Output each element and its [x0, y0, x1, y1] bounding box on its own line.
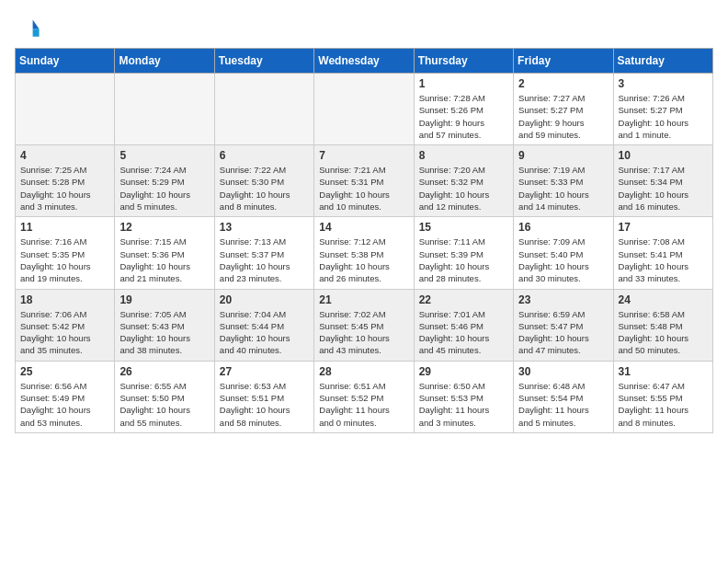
day-number: 12 [119, 221, 209, 234]
calendar-cell: 1Sunrise: 7:28 AMSunset: 5:26 PMDaylight… [414, 74, 513, 145]
day-number: 26 [119, 365, 209, 378]
day-info: Sunrise: 7:25 AMSunset: 5:28 PMDaylight:… [20, 164, 109, 213]
day-number: 5 [119, 149, 209, 162]
calendar-cell: 13Sunrise: 7:13 AMSunset: 5:37 PMDayligh… [214, 217, 313, 289]
day-number: 20 [220, 293, 309, 306]
calendar-table: SundayMondayTuesdayWednesdayThursdayFrid… [15, 48, 713, 433]
day-number: 30 [518, 365, 608, 378]
calendar-cell: 31Sunrise: 6:47 AMSunset: 5:55 PMDayligh… [613, 361, 712, 432]
calendar-cell: 4Sunrise: 7:25 AMSunset: 5:28 PMDaylight… [16, 145, 115, 217]
calendar-cell: 24Sunrise: 6:58 AMSunset: 5:48 PMDayligh… [613, 289, 712, 361]
calendar-cell: 26Sunrise: 6:55 AMSunset: 5:50 PMDayligh… [115, 361, 214, 432]
calendar-cell: 12Sunrise: 7:15 AMSunset: 5:36 PMDayligh… [115, 217, 214, 289]
header-row: SundayMondayTuesdayWednesdayThursdayFrid… [16, 49, 713, 74]
day-number: 31 [619, 365, 708, 378]
day-number: 21 [319, 293, 408, 306]
calendar-cell [214, 74, 313, 145]
day-info: Sunrise: 7:13 AMSunset: 5:37 PMDaylight:… [220, 236, 309, 284]
day-number: 25 [20, 365, 109, 378]
day-number: 13 [220, 221, 309, 234]
calendar-cell: 2Sunrise: 7:27 AMSunset: 5:27 PMDaylight… [514, 74, 613, 145]
day-number: 27 [220, 365, 309, 378]
calendar-cell [314, 74, 414, 145]
day-number: 3 [619, 77, 708, 90]
day-info: Sunrise: 7:05 AMSunset: 5:43 PMDaylight:… [119, 308, 209, 357]
day-number: 15 [419, 221, 508, 234]
col-header-saturday: Saturday [613, 49, 712, 74]
day-info: Sunrise: 6:55 AMSunset: 5:50 PMDaylight:… [119, 380, 209, 429]
calendar-cell: 11Sunrise: 7:16 AMSunset: 5:35 PMDayligh… [16, 217, 115, 289]
day-info: Sunrise: 6:58 AMSunset: 5:48 PMDaylight:… [619, 308, 708, 357]
week-row-5: 25Sunrise: 6:56 AMSunset: 5:49 PMDayligh… [16, 361, 713, 432]
week-row-2: 4Sunrise: 7:25 AMSunset: 5:28 PMDaylight… [16, 145, 713, 217]
day-info: Sunrise: 7:11 AMSunset: 5:39 PMDaylight:… [419, 236, 508, 284]
calendar-cell [115, 74, 214, 145]
week-row-1: 1Sunrise: 7:28 AMSunset: 5:26 PMDaylight… [16, 74, 713, 145]
day-info: Sunrise: 7:06 AMSunset: 5:42 PMDaylight:… [20, 308, 109, 357]
calendar-cell: 15Sunrise: 7:11 AMSunset: 5:39 PMDayligh… [414, 217, 513, 289]
day-number: 11 [20, 221, 109, 234]
day-info: Sunrise: 7:27 AMSunset: 5:27 PMDaylight:… [518, 92, 608, 141]
calendar-cell: 5Sunrise: 7:24 AMSunset: 5:29 PMDaylight… [115, 145, 214, 217]
day-info: Sunrise: 6:59 AMSunset: 5:47 PMDaylight:… [518, 308, 608, 357]
day-number: 19 [119, 293, 209, 306]
logo-icon [15, 15, 40, 40]
calendar-cell: 23Sunrise: 6:59 AMSunset: 5:47 PMDayligh… [514, 289, 613, 361]
day-number: 18 [20, 293, 109, 306]
calendar-cell: 29Sunrise: 6:50 AMSunset: 5:53 PMDayligh… [414, 361, 513, 432]
col-header-tuesday: Tuesday [214, 49, 313, 74]
day-info: Sunrise: 7:08 AMSunset: 5:41 PMDaylight:… [619, 236, 708, 284]
day-info: Sunrise: 7:20 AMSunset: 5:32 PMDaylight:… [419, 164, 508, 213]
day-info: Sunrise: 7:02 AMSunset: 5:45 PMDaylight:… [319, 308, 408, 357]
calendar-cell: 20Sunrise: 7:04 AMSunset: 5:44 PMDayligh… [214, 289, 313, 361]
day-number: 7 [319, 149, 408, 162]
day-number: 8 [419, 149, 508, 162]
col-header-friday: Friday [514, 49, 613, 74]
col-header-sunday: Sunday [16, 49, 115, 74]
calendar-cell: 30Sunrise: 6:48 AMSunset: 5:54 PMDayligh… [514, 361, 613, 432]
day-info: Sunrise: 7:04 AMSunset: 5:44 PMDaylight:… [220, 308, 309, 357]
calendar-cell: 8Sunrise: 7:20 AMSunset: 5:32 PMDaylight… [414, 145, 513, 217]
day-info: Sunrise: 7:24 AMSunset: 5:29 PMDaylight:… [119, 164, 209, 213]
calendar-cell: 25Sunrise: 6:56 AMSunset: 5:49 PMDayligh… [16, 361, 115, 432]
day-number: 28 [319, 365, 408, 378]
col-header-thursday: Thursday [414, 49, 513, 74]
calendar-cell: 17Sunrise: 7:08 AMSunset: 5:41 PMDayligh… [613, 217, 712, 289]
col-header-monday: Monday [115, 49, 214, 74]
calendar-cell: 19Sunrise: 7:05 AMSunset: 5:43 PMDayligh… [115, 289, 214, 361]
day-number: 9 [518, 149, 608, 162]
calendar-cell: 6Sunrise: 7:22 AMSunset: 5:30 PMDaylight… [214, 145, 313, 217]
day-info: Sunrise: 6:50 AMSunset: 5:53 PMDaylight:… [419, 380, 508, 429]
day-info: Sunrise: 7:26 AMSunset: 5:27 PMDaylight:… [619, 92, 708, 141]
week-row-3: 11Sunrise: 7:16 AMSunset: 5:35 PMDayligh… [16, 217, 713, 289]
col-header-wednesday: Wednesday [314, 49, 414, 74]
day-number: 4 [20, 149, 109, 162]
day-number: 14 [319, 221, 408, 234]
calendar-cell: 28Sunrise: 6:51 AMSunset: 5:52 PMDayligh… [314, 361, 414, 432]
page-header [15, 15, 713, 40]
day-info: Sunrise: 6:53 AMSunset: 5:51 PMDaylight:… [220, 380, 309, 429]
day-number: 1 [419, 77, 508, 90]
day-number: 6 [220, 149, 309, 162]
day-number: 17 [619, 221, 708, 234]
svg-marker-1 [33, 29, 40, 36]
logo [15, 15, 44, 40]
day-number: 16 [518, 221, 608, 234]
day-number: 23 [518, 293, 608, 306]
day-info: Sunrise: 7:01 AMSunset: 5:46 PMDaylight:… [419, 308, 508, 357]
calendar-cell: 3Sunrise: 7:26 AMSunset: 5:27 PMDaylight… [613, 74, 712, 145]
calendar-cell [16, 74, 115, 145]
day-info: Sunrise: 6:51 AMSunset: 5:52 PMDaylight:… [319, 380, 408, 429]
day-info: Sunrise: 7:16 AMSunset: 5:35 PMDaylight:… [20, 236, 109, 284]
calendar-cell: 16Sunrise: 7:09 AMSunset: 5:40 PMDayligh… [514, 217, 613, 289]
day-number: 24 [619, 293, 708, 306]
week-row-4: 18Sunrise: 7:06 AMSunset: 5:42 PMDayligh… [16, 289, 713, 361]
calendar-cell: 9Sunrise: 7:19 AMSunset: 5:33 PMDaylight… [514, 145, 613, 217]
calendar-cell: 10Sunrise: 7:17 AMSunset: 5:34 PMDayligh… [613, 145, 712, 217]
day-info: Sunrise: 7:09 AMSunset: 5:40 PMDaylight:… [518, 236, 608, 284]
day-number: 10 [619, 149, 708, 162]
day-info: Sunrise: 6:48 AMSunset: 5:54 PMDaylight:… [518, 380, 608, 429]
calendar-cell: 18Sunrise: 7:06 AMSunset: 5:42 PMDayligh… [16, 289, 115, 361]
day-number: 22 [419, 293, 508, 306]
calendar-cell: 21Sunrise: 7:02 AMSunset: 5:45 PMDayligh… [314, 289, 414, 361]
